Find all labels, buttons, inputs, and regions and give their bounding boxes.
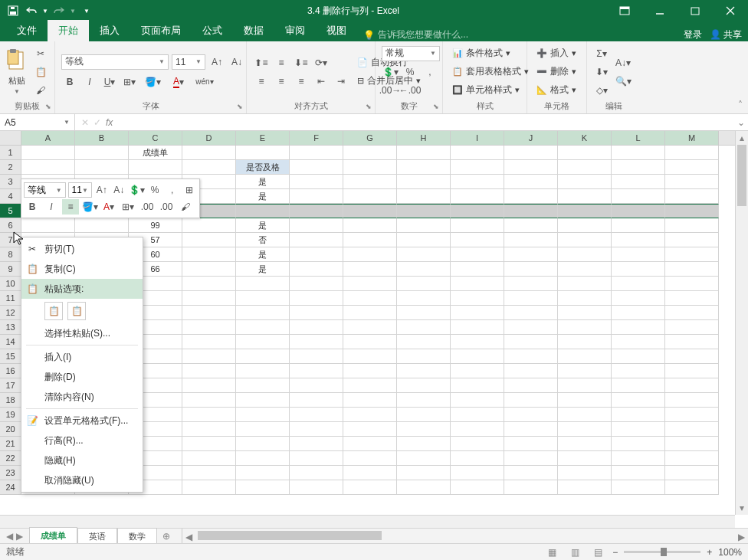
cell[interactable] bbox=[397, 422, 451, 437]
cell[interactable] bbox=[290, 160, 343, 175]
cell[interactable] bbox=[504, 408, 558, 422]
cell[interactable] bbox=[129, 160, 182, 175]
cell[interactable] bbox=[558, 437, 612, 451]
cell[interactable]: 99 bbox=[129, 218, 182, 233]
row-header[interactable]: 18 bbox=[0, 393, 21, 408]
cell[interactable] bbox=[397, 349, 451, 364]
col-header[interactable]: I bbox=[451, 131, 504, 145]
col-header[interactable]: K bbox=[558, 131, 612, 145]
page-break-view-icon[interactable]: ▤ bbox=[589, 545, 606, 559]
cell[interactable] bbox=[236, 335, 290, 349]
cell[interactable] bbox=[236, 422, 290, 437]
cell[interactable] bbox=[343, 335, 397, 349]
cell[interactable] bbox=[182, 437, 236, 451]
select-all-corner[interactable] bbox=[0, 131, 21, 146]
align-top-icon[interactable]: ⬆≡ bbox=[253, 55, 270, 70]
cell[interactable] bbox=[182, 480, 236, 495]
row-header[interactable]: 12 bbox=[0, 306, 21, 320]
cell[interactable] bbox=[612, 422, 665, 437]
cell[interactable] bbox=[665, 189, 719, 204]
cell[interactable] bbox=[343, 160, 397, 175]
cell[interactable] bbox=[397, 451, 451, 466]
cell[interactable] bbox=[612, 480, 665, 495]
cell[interactable] bbox=[236, 378, 290, 393]
cell[interactable] bbox=[665, 349, 719, 364]
font-launcher-icon[interactable]: ⬊ bbox=[235, 103, 244, 112]
sheet-tab[interactable]: 成绩单 bbox=[29, 527, 77, 545]
cell[interactable] bbox=[290, 306, 343, 320]
cell[interactable] bbox=[558, 378, 612, 393]
cell[interactable] bbox=[504, 262, 558, 277]
cell[interactable] bbox=[182, 247, 236, 262]
cell[interactable] bbox=[558, 408, 612, 422]
cell[interactable] bbox=[397, 247, 451, 262]
format-cells-button[interactable]: 📐格式▾ bbox=[533, 83, 579, 98]
cell[interactable] bbox=[182, 378, 236, 393]
tab-file[interactable]: 文件 bbox=[6, 20, 48, 41]
clear-icon[interactable]: ◇▾ bbox=[593, 83, 610, 98]
cell[interactable] bbox=[182, 306, 236, 320]
cell[interactable] bbox=[665, 306, 719, 320]
sort-filter-icon[interactable]: A↓▾ bbox=[615, 55, 632, 70]
cell[interactable] bbox=[665, 291, 719, 306]
cell[interactable] bbox=[612, 408, 665, 422]
cell[interactable] bbox=[182, 364, 236, 378]
cell[interactable] bbox=[451, 320, 504, 335]
cell[interactable] bbox=[504, 160, 558, 175]
comma-icon[interactable]: , bbox=[422, 64, 438, 80]
sheet-tab[interactable]: 数学 bbox=[117, 528, 157, 545]
cell[interactable] bbox=[612, 306, 665, 320]
conditional-format-button[interactable]: 📊条件格式▾ bbox=[449, 46, 532, 61]
cell[interactable] bbox=[343, 422, 397, 437]
row-header[interactable]: 20 bbox=[0, 422, 21, 437]
cell[interactable] bbox=[75, 218, 129, 233]
align-left-icon[interactable]: ≡ bbox=[253, 74, 270, 89]
cell[interactable] bbox=[343, 408, 397, 422]
cell[interactable] bbox=[612, 189, 665, 204]
mini-format-painter-icon[interactable]: 🖌 bbox=[177, 199, 194, 215]
cell[interactable] bbox=[451, 233, 504, 247]
hscroll-thumb[interactable] bbox=[198, 531, 382, 540]
cell[interactable] bbox=[558, 247, 612, 262]
login-link[interactable]: 登录 bbox=[684, 28, 702, 41]
cell[interactable] bbox=[504, 349, 558, 364]
cell[interactable] bbox=[558, 277, 612, 291]
cell[interactable] bbox=[504, 393, 558, 408]
cell[interactable] bbox=[290, 277, 343, 291]
fill-icon[interactable]: ⬇▾ bbox=[593, 64, 610, 80]
cell-styles-button[interactable]: 🔲单元格样式▾ bbox=[449, 83, 532, 98]
cell[interactable] bbox=[290, 146, 343, 160]
cell[interactable] bbox=[290, 189, 343, 204]
col-header[interactable]: M bbox=[665, 131, 719, 145]
vertical-scrollbar[interactable]: ▴▾ bbox=[735, 131, 748, 515]
cell[interactable] bbox=[290, 451, 343, 466]
cell[interactable] bbox=[236, 393, 290, 408]
ctx-insert[interactable]: 插入(I) bbox=[21, 347, 143, 367]
row-header[interactable]: 1 bbox=[0, 146, 21, 160]
cell[interactable] bbox=[290, 233, 343, 247]
cell[interactable] bbox=[236, 451, 290, 466]
cell[interactable] bbox=[236, 364, 290, 378]
cell[interactable] bbox=[236, 204, 290, 218]
cell[interactable] bbox=[451, 480, 504, 495]
redo-dropdown-icon[interactable]: ▼ bbox=[69, 2, 77, 19]
cell[interactable] bbox=[236, 408, 290, 422]
cell[interactable] bbox=[290, 320, 343, 335]
cell[interactable] bbox=[451, 204, 504, 218]
mini-inc-font-icon[interactable]: A↑ bbox=[94, 182, 110, 198]
cell[interactable] bbox=[397, 378, 451, 393]
cell[interactable] bbox=[612, 233, 665, 247]
cell[interactable] bbox=[236, 349, 290, 364]
save-icon[interactable] bbox=[5, 2, 21, 19]
cell[interactable] bbox=[558, 233, 612, 247]
cell[interactable] bbox=[451, 364, 504, 378]
enter-fx-icon[interactable]: ✓ bbox=[94, 117, 101, 128]
cell[interactable] bbox=[343, 189, 397, 204]
ctx-row-height[interactable]: 行高(R)... bbox=[21, 431, 143, 450]
cell[interactable] bbox=[343, 291, 397, 306]
row-header[interactable]: 2 bbox=[0, 160, 21, 175]
increase-font-icon[interactable]: A↑ bbox=[208, 54, 225, 70]
mini-italic-icon[interactable]: I bbox=[43, 199, 60, 215]
cell[interactable] bbox=[504, 378, 558, 393]
cell[interactable] bbox=[290, 437, 343, 451]
